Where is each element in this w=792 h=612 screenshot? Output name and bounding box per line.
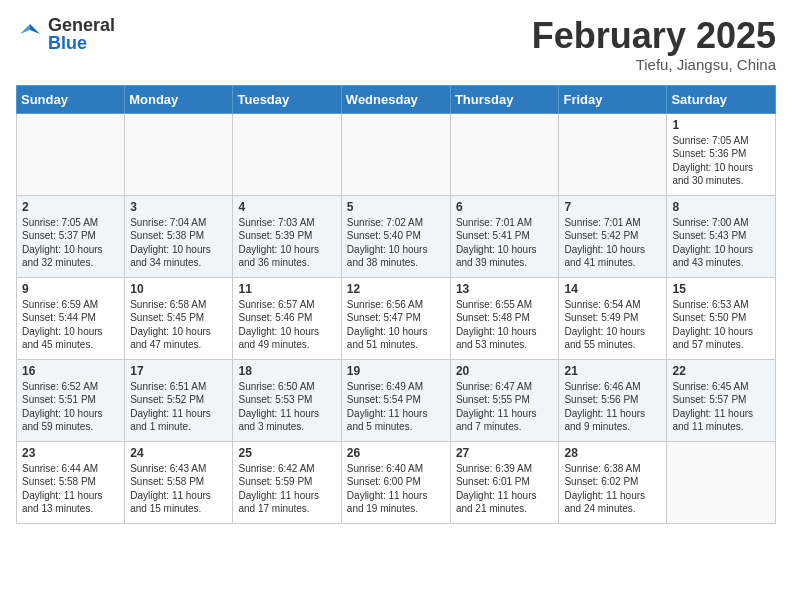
day-number: 28 bbox=[564, 446, 661, 460]
day-info: Sunrise: 6:46 AM Sunset: 5:56 PM Dayligh… bbox=[564, 380, 661, 434]
day-number: 27 bbox=[456, 446, 554, 460]
calendar-cell: 19Sunrise: 6:49 AM Sunset: 5:54 PM Dayli… bbox=[341, 359, 450, 441]
day-number: 2 bbox=[22, 200, 119, 214]
logo-icon bbox=[16, 20, 44, 48]
day-info: Sunrise: 7:02 AM Sunset: 5:40 PM Dayligh… bbox=[347, 216, 445, 270]
weekday-header: Sunday bbox=[17, 85, 125, 113]
logo: General Blue bbox=[16, 16, 115, 52]
calendar-cell: 23Sunrise: 6:44 AM Sunset: 5:58 PM Dayli… bbox=[17, 441, 125, 523]
day-info: Sunrise: 7:00 AM Sunset: 5:43 PM Dayligh… bbox=[672, 216, 770, 270]
calendar-cell bbox=[17, 113, 125, 195]
day-number: 7 bbox=[564, 200, 661, 214]
calendar-cell: 1Sunrise: 7:05 AM Sunset: 5:36 PM Daylig… bbox=[667, 113, 776, 195]
day-info: Sunrise: 6:54 AM Sunset: 5:49 PM Dayligh… bbox=[564, 298, 661, 352]
day-info: Sunrise: 7:05 AM Sunset: 5:37 PM Dayligh… bbox=[22, 216, 119, 270]
calendar-cell: 8Sunrise: 7:00 AM Sunset: 5:43 PM Daylig… bbox=[667, 195, 776, 277]
day-number: 4 bbox=[238, 200, 335, 214]
calendar-cell: 9Sunrise: 6:59 AM Sunset: 5:44 PM Daylig… bbox=[17, 277, 125, 359]
month-title: February 2025 bbox=[532, 16, 776, 56]
day-number: 5 bbox=[347, 200, 445, 214]
calendar-cell: 18Sunrise: 6:50 AM Sunset: 5:53 PM Dayli… bbox=[233, 359, 341, 441]
logo-text: General Blue bbox=[48, 16, 115, 52]
day-info: Sunrise: 6:42 AM Sunset: 5:59 PM Dayligh… bbox=[238, 462, 335, 516]
calendar-cell bbox=[125, 113, 233, 195]
calendar-cell bbox=[450, 113, 559, 195]
day-number: 19 bbox=[347, 364, 445, 378]
day-info: Sunrise: 6:56 AM Sunset: 5:47 PM Dayligh… bbox=[347, 298, 445, 352]
calendar-cell: 28Sunrise: 6:38 AM Sunset: 6:02 PM Dayli… bbox=[559, 441, 667, 523]
calendar-week-row: 2Sunrise: 7:05 AM Sunset: 5:37 PM Daylig… bbox=[17, 195, 776, 277]
weekday-header: Monday bbox=[125, 85, 233, 113]
day-number: 9 bbox=[22, 282, 119, 296]
weekday-header: Wednesday bbox=[341, 85, 450, 113]
day-number: 12 bbox=[347, 282, 445, 296]
day-number: 15 bbox=[672, 282, 770, 296]
day-info: Sunrise: 6:52 AM Sunset: 5:51 PM Dayligh… bbox=[22, 380, 119, 434]
day-number: 18 bbox=[238, 364, 335, 378]
calendar-cell: 4Sunrise: 7:03 AM Sunset: 5:39 PM Daylig… bbox=[233, 195, 341, 277]
calendar-cell: 5Sunrise: 7:02 AM Sunset: 5:40 PM Daylig… bbox=[341, 195, 450, 277]
day-number: 22 bbox=[672, 364, 770, 378]
calendar-cell: 11Sunrise: 6:57 AM Sunset: 5:46 PM Dayli… bbox=[233, 277, 341, 359]
calendar-week-row: 23Sunrise: 6:44 AM Sunset: 5:58 PM Dayli… bbox=[17, 441, 776, 523]
day-info: Sunrise: 6:51 AM Sunset: 5:52 PM Dayligh… bbox=[130, 380, 227, 434]
day-number: 14 bbox=[564, 282, 661, 296]
title-block: February 2025 Tiefu, Jiangsu, China bbox=[532, 16, 776, 73]
day-number: 16 bbox=[22, 364, 119, 378]
day-info: Sunrise: 6:40 AM Sunset: 6:00 PM Dayligh… bbox=[347, 462, 445, 516]
calendar-cell: 6Sunrise: 7:01 AM Sunset: 5:41 PM Daylig… bbox=[450, 195, 559, 277]
day-number: 6 bbox=[456, 200, 554, 214]
day-number: 26 bbox=[347, 446, 445, 460]
calendar-week-row: 1Sunrise: 7:05 AM Sunset: 5:36 PM Daylig… bbox=[17, 113, 776, 195]
day-info: Sunrise: 7:01 AM Sunset: 5:42 PM Dayligh… bbox=[564, 216, 661, 270]
day-info: Sunrise: 6:58 AM Sunset: 5:45 PM Dayligh… bbox=[130, 298, 227, 352]
day-info: Sunrise: 6:50 AM Sunset: 5:53 PM Dayligh… bbox=[238, 380, 335, 434]
calendar-cell bbox=[667, 441, 776, 523]
calendar-cell: 13Sunrise: 6:55 AM Sunset: 5:48 PM Dayli… bbox=[450, 277, 559, 359]
weekday-header: Friday bbox=[559, 85, 667, 113]
calendar-cell bbox=[233, 113, 341, 195]
calendar-cell bbox=[559, 113, 667, 195]
calendar-cell: 3Sunrise: 7:04 AM Sunset: 5:38 PM Daylig… bbox=[125, 195, 233, 277]
day-number: 25 bbox=[238, 446, 335, 460]
day-info: Sunrise: 6:53 AM Sunset: 5:50 PM Dayligh… bbox=[672, 298, 770, 352]
weekday-header: Thursday bbox=[450, 85, 559, 113]
calendar-cell: 25Sunrise: 6:42 AM Sunset: 5:59 PM Dayli… bbox=[233, 441, 341, 523]
day-number: 13 bbox=[456, 282, 554, 296]
day-info: Sunrise: 6:57 AM Sunset: 5:46 PM Dayligh… bbox=[238, 298, 335, 352]
location: Tiefu, Jiangsu, China bbox=[532, 56, 776, 73]
day-number: 11 bbox=[238, 282, 335, 296]
calendar-cell: 12Sunrise: 6:56 AM Sunset: 5:47 PM Dayli… bbox=[341, 277, 450, 359]
day-number: 20 bbox=[456, 364, 554, 378]
day-number: 17 bbox=[130, 364, 227, 378]
day-number: 3 bbox=[130, 200, 227, 214]
day-info: Sunrise: 6:59 AM Sunset: 5:44 PM Dayligh… bbox=[22, 298, 119, 352]
logo-blue-text: Blue bbox=[48, 34, 115, 52]
calendar-week-row: 9Sunrise: 6:59 AM Sunset: 5:44 PM Daylig… bbox=[17, 277, 776, 359]
day-info: Sunrise: 6:47 AM Sunset: 5:55 PM Dayligh… bbox=[456, 380, 554, 434]
weekday-header: Tuesday bbox=[233, 85, 341, 113]
day-info: Sunrise: 7:03 AM Sunset: 5:39 PM Dayligh… bbox=[238, 216, 335, 270]
day-number: 8 bbox=[672, 200, 770, 214]
calendar-cell: 17Sunrise: 6:51 AM Sunset: 5:52 PM Dayli… bbox=[125, 359, 233, 441]
calendar-cell: 21Sunrise: 6:46 AM Sunset: 5:56 PM Dayli… bbox=[559, 359, 667, 441]
calendar-cell: 16Sunrise: 6:52 AM Sunset: 5:51 PM Dayli… bbox=[17, 359, 125, 441]
day-number: 10 bbox=[130, 282, 227, 296]
day-info: Sunrise: 6:55 AM Sunset: 5:48 PM Dayligh… bbox=[456, 298, 554, 352]
day-number: 1 bbox=[672, 118, 770, 132]
day-info: Sunrise: 6:43 AM Sunset: 5:58 PM Dayligh… bbox=[130, 462, 227, 516]
day-info: Sunrise: 6:39 AM Sunset: 6:01 PM Dayligh… bbox=[456, 462, 554, 516]
calendar-cell: 27Sunrise: 6:39 AM Sunset: 6:01 PM Dayli… bbox=[450, 441, 559, 523]
day-info: Sunrise: 7:04 AM Sunset: 5:38 PM Dayligh… bbox=[130, 216, 227, 270]
logo-general-text: General bbox=[48, 16, 115, 34]
day-info: Sunrise: 6:49 AM Sunset: 5:54 PM Dayligh… bbox=[347, 380, 445, 434]
calendar-table: SundayMondayTuesdayWednesdayThursdayFrid… bbox=[16, 85, 776, 524]
day-number: 24 bbox=[130, 446, 227, 460]
calendar-cell: 24Sunrise: 6:43 AM Sunset: 5:58 PM Dayli… bbox=[125, 441, 233, 523]
day-info: Sunrise: 6:45 AM Sunset: 5:57 PM Dayligh… bbox=[672, 380, 770, 434]
weekday-header-row: SundayMondayTuesdayWednesdayThursdayFrid… bbox=[17, 85, 776, 113]
day-info: Sunrise: 6:44 AM Sunset: 5:58 PM Dayligh… bbox=[22, 462, 119, 516]
weekday-header: Saturday bbox=[667, 85, 776, 113]
day-info: Sunrise: 6:38 AM Sunset: 6:02 PM Dayligh… bbox=[564, 462, 661, 516]
calendar-cell: 26Sunrise: 6:40 AM Sunset: 6:00 PM Dayli… bbox=[341, 441, 450, 523]
